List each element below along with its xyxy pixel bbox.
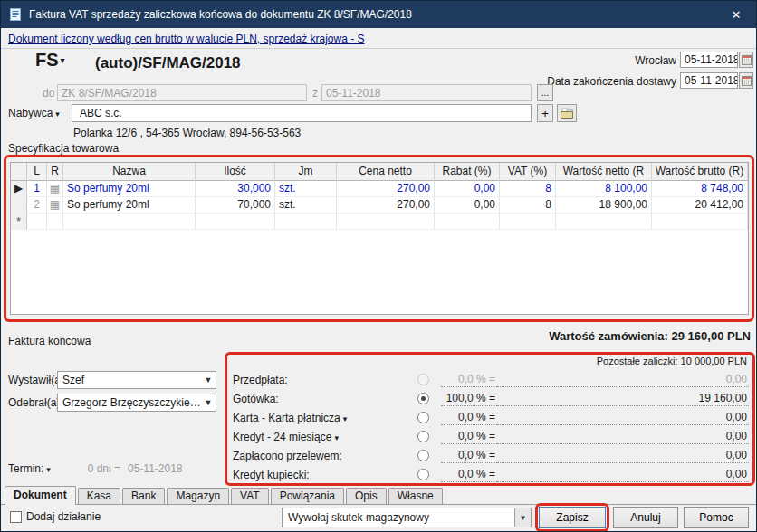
cell-discount: 0,00 (435, 181, 500, 197)
table-row-selected[interactable]: ▶ 1 ▦ So perfumy 20ml 30,000 szt. 270,00… (11, 181, 748, 197)
karta-selector[interactable]: Karta - Karta płatnicza▾ (233, 412, 417, 424)
kredyt-kupiecki-radio[interactable] (417, 469, 429, 480)
cell-discount: 0,00 (435, 197, 500, 214)
source-doc-more-button[interactable]: ... (537, 84, 553, 101)
table-row[interactable]: 2 ▦ So perfumy 20ml 70,000 szt. 270,00 0… (11, 197, 748, 214)
issued-by-combo[interactable]: Szef ▼ (57, 371, 216, 389)
przelew-amount-field[interactable]: 0,00 (497, 449, 749, 463)
row-marker-cell (11, 197, 27, 214)
address-book-icon (561, 108, 573, 119)
karta-radio[interactable] (417, 412, 429, 423)
cell-name: So perfumy 20ml (63, 181, 196, 197)
warehouse-effect-value: Wywołaj skutek magazynowy (288, 511, 514, 524)
kredyt-amount-field[interactable]: 0,00 (497, 430, 749, 444)
gotowka-percent-field[interactable]: 100,0 % = (441, 392, 497, 406)
cell-empty (337, 214, 435, 230)
buyer-catalog-button[interactable] (557, 104, 577, 122)
add-action-label: Dodaj działanie (26, 510, 101, 523)
doc-settings-link[interactable]: Dokument liczony według cen brutto w wal… (8, 33, 365, 45)
source-date-label: z (312, 87, 318, 100)
cell-empty (47, 214, 63, 230)
kredyt-selector[interactable]: Kredyt - 24 miesiące▾ (233, 431, 417, 443)
tab-opis[interactable]: Opis (346, 488, 387, 504)
buyer-name-field[interactable]: ABC s.c. (72, 104, 532, 122)
infobar: Dokument liczony według cen brutto w wal… (1, 29, 756, 49)
item-grid-icon: ▦ (47, 181, 63, 197)
tab-bank[interactable]: Bank (122, 488, 165, 504)
karta-amount-field[interactable]: 0,00 (497, 411, 749, 425)
table-row-new[interactable]: * (11, 214, 748, 230)
cell-price: 270,00 (337, 181, 435, 197)
przelew-radio[interactable] (417, 450, 429, 461)
bottom-tabs: Dokument Kasa Bank Magazyn VAT Powiązani… (1, 486, 756, 505)
tab-wlasne[interactable]: Własne (388, 488, 443, 504)
calendar-icon (742, 55, 752, 65)
payment-row-kredyt-kupiecki: Kredyt kupiecki: 0,0 % = 0,00 (233, 465, 749, 484)
add-buyer-button[interactable]: + (537, 104, 553, 122)
window-title: Faktura VAT sprzedaży zaliczkowa końcowa… (29, 8, 412, 21)
buyer-address: Polanka 12/6 , 54-365 Wrocław, 894-56-53… (73, 127, 301, 139)
help-button[interactable]: Pomoc (684, 507, 749, 528)
term-date: 05-11-2018 (128, 462, 183, 475)
przelew-percent-field[interactable]: 0,0 % = (441, 449, 497, 463)
column-header: Cena netto (337, 163, 435, 181)
add-action-checkbox[interactable] (10, 511, 22, 523)
cell-price: 270,00 (337, 197, 435, 214)
doc-type-selector[interactable]: FS▾ (35, 50, 65, 71)
karta-percent-field[interactable]: 0,0 % = (441, 411, 497, 425)
item-grid-icon: ▦ (47, 197, 63, 214)
cell-gross: 8 748,00 (652, 181, 748, 197)
kredyt-label: Kredyt - 24 miesiące (233, 431, 331, 443)
column-header: Rabat (%) (435, 163, 500, 181)
final-invoice-label: Faktura końcowa (8, 335, 91, 347)
received-by-combo[interactable]: Grzegorz Brzęczyszczykiewic ▼ (57, 394, 216, 412)
przedplata-link[interactable]: Przedpłata: (233, 374, 417, 386)
payment-row-przelew: Zapłacono przelewem: 0,0 % = 0,00 (233, 446, 749, 465)
cell-qty: 30,000 (196, 181, 275, 197)
new-row-icon: * (11, 214, 27, 230)
tab-powiazania[interactable]: Powiązania (271, 488, 344, 504)
column-header: Wartość brutto (R) (652, 163, 748, 181)
close-button[interactable]: ✕ (716, 1, 756, 28)
source-date-field: 05-11-2018 (321, 84, 532, 101)
delivery-date-field[interactable]: 05-11-2018 (680, 72, 738, 89)
delivery-date-calendar-button[interactable] (739, 72, 753, 89)
delivery-date-label: Data zakończenia dostawy (508, 75, 676, 88)
tab-kasa[interactable]: Kasa (78, 488, 120, 504)
column-header: R (47, 163, 63, 181)
issue-date-field[interactable]: 05-11-2018 (680, 52, 738, 68)
tab-dokument[interactable]: Dokument (5, 486, 76, 505)
city-field[interactable]: Wrocław (609, 54, 676, 67)
items-section-title: Specyfikacja towarowa (8, 142, 119, 155)
doc-number: (auto)/SF/MAG/2018 (95, 54, 241, 72)
items-table-header: L R Nazwa Ilość Jm Cena netto Rabat (%) … (11, 163, 748, 181)
kredyt-percent-field[interactable]: 0,0 % = (441, 430, 497, 444)
buyer-selector[interactable]: Nabywca▾ (8, 107, 60, 119)
tab-vat[interactable]: VAT (231, 488, 269, 504)
save-button[interactable]: Zapisz (539, 507, 606, 528)
term-selector[interactable]: Termin:▾ (8, 462, 51, 475)
kredyt-radio[interactable] (417, 431, 429, 442)
cell-gross: 20 412,00 (652, 197, 748, 214)
tab-magazyn[interactable]: Magazyn (167, 488, 229, 504)
payment-row-karta: Karta - Karta płatnicza▾ 0,0 % = 0,00 (233, 408, 749, 427)
order-value-label: Wartość zamówienia: (549, 329, 668, 343)
remaining-advances-amount: 10 000,00 PLN (681, 356, 747, 366)
przedplata-percent-field: 0,0 % = (441, 373, 497, 387)
doc-type-label: FS (35, 50, 59, 70)
payment-row-gotowka: Gotówka: 100,0 % = 19 160,00 (233, 389, 749, 408)
gotowka-label: Gotówka: (233, 393, 417, 405)
cancel-button[interactable]: Anuluj (613, 507, 678, 528)
remaining-advances: Pozostałe zaliczki: 10 000,00 PLN (454, 356, 747, 366)
gotowka-radio[interactable] (417, 393, 429, 404)
kredyt-kupiecki-amount-field[interactable]: 0,00 (497, 468, 749, 482)
cell-l: 1 (27, 181, 47, 197)
dropdown-icon: ▾ (46, 465, 51, 474)
invoice-window: Faktura VAT sprzedaży zaliczkowa końcowa… (0, 0, 757, 532)
kredyt-kupiecki-percent-field[interactable]: 0,0 % = (441, 468, 497, 482)
issue-date-calendar-button[interactable] (739, 52, 753, 68)
przedplata-amount-field: 0,00 (497, 373, 749, 387)
column-header: Jm (275, 163, 337, 181)
warehouse-effect-combo[interactable]: Wywołaj skutek magazynowy ▼ (282, 508, 532, 527)
gotowka-amount-field[interactable]: 19 160,00 (497, 392, 749, 406)
